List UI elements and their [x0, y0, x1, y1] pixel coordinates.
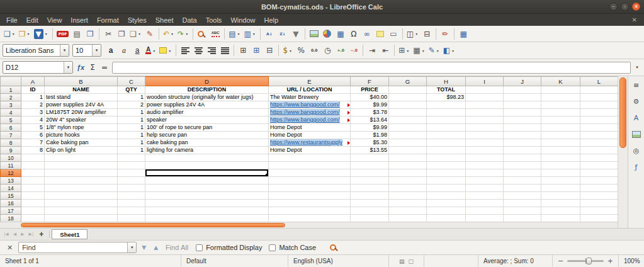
highlight-color-dropdown[interactable]: ▾: [167, 48, 172, 53]
cell-E1[interactable]: URL / LOCATION: [269, 86, 351, 94]
cell-B3[interactable]: power supplies 24V 4A: [45, 101, 118, 109]
cell-E7[interactable]: Home Depot: [269, 132, 351, 139]
cell-C14[interactable]: [118, 185, 145, 192]
open-file-button[interactable]: ❒▾: [18, 27, 32, 41]
row-header-9[interactable]: 9: [1, 147, 21, 154]
cell-I10[interactable]: [466, 154, 504, 162]
row-header-17[interactable]: 17: [1, 207, 21, 215]
formula-input[interactable]: [112, 62, 631, 74]
name-box[interactable]: D12 ▾: [3, 61, 73, 74]
cell-G16[interactable]: [389, 200, 427, 207]
cell-H9[interactable]: [427, 147, 466, 154]
cell-C2[interactable]: 1: [118, 94, 145, 101]
row-header-13[interactable]: 13: [1, 177, 21, 185]
cell-B14[interactable]: [45, 185, 118, 192]
format-currency-dropdown[interactable]: ▾: [288, 48, 293, 53]
cell-G7[interactable]: [389, 132, 427, 139]
cell-B7[interactable]: picture hooks: [45, 132, 118, 139]
cell-E11[interactable]: [269, 162, 351, 169]
cell-D10[interactable]: [145, 154, 269, 162]
cell-C12[interactable]: [118, 169, 145, 177]
hyperlink[interactable]: https://www.banggood.com/: [270, 109, 340, 115]
cell-H4[interactable]: [427, 109, 466, 116]
cell-B16[interactable]: [45, 200, 118, 207]
merge-cells-button[interactable]: ⊞: [250, 43, 263, 57]
spelling-button[interactable]: ABC: [209, 27, 222, 41]
cell-D4[interactable]: audio amplifier: [145, 109, 269, 116]
cell-L14[interactable]: [580, 185, 618, 192]
cell-B15[interactable]: [45, 192, 118, 200]
cell-C4[interactable]: 1: [118, 109, 145, 116]
paste-button[interactable]: ❑▾: [128, 27, 143, 41]
cell-G8[interactable]: [389, 139, 427, 147]
cell-D5[interactable]: speaker: [145, 116, 269, 124]
font-name-dropdown[interactable]: ▾: [60, 45, 69, 56]
format-date-button[interactable]: ◷: [321, 43, 334, 57]
cell-G18[interactable]: [389, 215, 427, 222]
open-file-dropdown[interactable]: ▾: [26, 31, 31, 36]
menu-edit[interactable]: Edit: [22, 15, 43, 25]
cell-C17[interactable]: [118, 207, 145, 215]
row-header-12[interactable]: 12: [1, 169, 21, 177]
borders-dropdown[interactable]: ▾: [405, 48, 410, 53]
row-header-15[interactable]: 15: [1, 192, 21, 200]
checkbox-match-case[interactable]: Match Case: [269, 244, 316, 251]
cell-C7[interactable]: 1: [118, 132, 145, 139]
cell-H2[interactable]: $98.23: [427, 94, 466, 101]
italic-button[interactable]: a: [118, 43, 130, 57]
cell-K5[interactable]: [541, 116, 580, 124]
redo-dropdown[interactable]: ▾: [184, 31, 189, 36]
menu-file[interactable]: File: [2, 15, 22, 25]
cell-E12[interactable]: [269, 169, 351, 177]
freeze-rows-columns-dropdown[interactable]: ▾: [414, 31, 419, 36]
cell-A8[interactable]: 7: [21, 139, 45, 147]
cell-E4[interactable]: https://www.banggood.com/: [269, 109, 351, 116]
column-header-H[interactable]: H: [427, 77, 466, 86]
insert-chart-button[interactable]: [321, 27, 334, 41]
find-and-replace-button[interactable]: [330, 244, 336, 251]
cell-D12[interactable]: [145, 169, 269, 177]
row-header-5[interactable]: 5: [1, 116, 21, 124]
cell-F12[interactable]: [351, 169, 389, 177]
cell-E3[interactable]: https://www.banggood.com/: [269, 101, 351, 109]
functions-deck-button[interactable]: ƒ: [630, 161, 643, 173]
cell-E6[interactable]: Home Depot: [269, 124, 351, 132]
conditional-formatting-button[interactable]: ◧▾: [442, 43, 456, 57]
cell-G14[interactable]: [389, 185, 427, 192]
gallery-deck-button[interactable]: [630, 128, 643, 140]
row-header-4[interactable]: 4: [1, 109, 21, 116]
clone-formatting-button[interactable]: ✎: [144, 27, 156, 41]
cell-J4[interactable]: [504, 109, 541, 116]
column-header-B[interactable]: B: [45, 77, 118, 86]
horizontal-scrollbar[interactable]: [0, 222, 618, 228]
cell-K10[interactable]: [541, 154, 580, 162]
column-header-C[interactable]: C: [118, 77, 145, 86]
cell-G17[interactable]: [389, 207, 427, 215]
cell-I6[interactable]: [466, 124, 504, 132]
cell-B12[interactable]: [45, 169, 118, 177]
cell-K3[interactable]: [541, 101, 580, 109]
cell-F5[interactable]: $13.64: [351, 116, 389, 124]
font-name-combobox[interactable]: Liberation Sans ▾: [3, 44, 69, 57]
cell-J1[interactable]: [504, 86, 541, 94]
cell-F18[interactable]: [351, 215, 389, 222]
format-currency-button[interactable]: $▾: [281, 43, 294, 57]
menu-insert[interactable]: Insert: [66, 15, 93, 25]
cell-L9[interactable]: [580, 147, 618, 154]
cell-G13[interactable]: [389, 177, 427, 185]
cell-L17[interactable]: [580, 207, 618, 215]
cell-I16[interactable]: [466, 200, 504, 207]
cell-E2[interactable]: The Water Brewery: [269, 94, 351, 101]
cell-D3[interactable]: power supplies 24V 4A: [145, 101, 269, 109]
page-style-label[interactable]: Default: [186, 258, 206, 264]
cell-G6[interactable]: [389, 124, 427, 132]
menu-window[interactable]: Window: [226, 15, 259, 25]
insert-pivot-table-button[interactable]: ▦: [334, 27, 347, 41]
hyperlink[interactable]: https://www.banggood.com/: [270, 101, 340, 108]
cell-C5[interactable]: 1: [118, 116, 145, 124]
redo-button[interactable]: ↷▾: [176, 27, 190, 41]
cell-I12[interactable]: [466, 169, 504, 177]
properties-deck-button[interactable]: ⚙: [630, 95, 643, 108]
cell-J3[interactable]: [504, 101, 541, 109]
cell-E10[interactable]: [269, 154, 351, 162]
